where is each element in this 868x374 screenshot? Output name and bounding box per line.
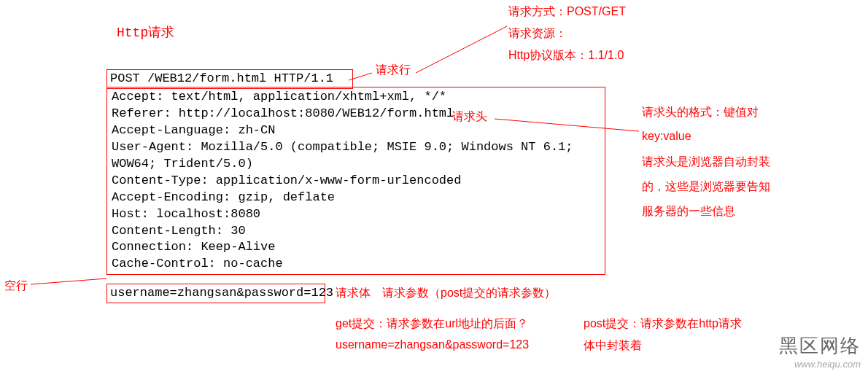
header-line: Accept-Language: zh-CN [112, 122, 600, 139]
header-line: Connection: Keep-Alive [112, 239, 600, 256]
note-version: Http协议版本：1.1/1.0 [508, 48, 624, 63]
label-request-body: 请求体 [336, 286, 371, 301]
note-method: 请求方式：POST/GET [508, 4, 626, 20]
note-post-line1: post提交：请求参数在http请求 [584, 316, 742, 332]
header-line: Referer: http://localhost:8080/WEB12/for… [112, 106, 600, 122]
watermark: 黑区网络 www.heiqu.com [779, 333, 861, 370]
watermark-url: www.heiqu.com [779, 359, 861, 370]
header-line: Accept: text/html, application/xhtml+xml… [112, 89, 600, 106]
header-line: Content-Type: application/x-www-form-url… [112, 173, 600, 190]
header-line: Host: localhost:8080 [112, 206, 600, 223]
label-empty-line: 空行 [4, 278, 28, 294]
header-line: Cache-Control: no-cache [112, 256, 600, 273]
diagram-title: Http请求 [117, 23, 174, 41]
note-body-params: 请求参数（post提交的请求参数） [382, 286, 556, 301]
note-resource: 请求资源： [508, 26, 567, 42]
svg-line-0 [416, 26, 507, 73]
svg-line-3 [31, 278, 106, 284]
request-headers-box: Accept: text/html, application/xhtml+xml… [106, 87, 605, 275]
note-get-example: username=zhangsan&password=123 [336, 338, 529, 351]
watermark-text: 黑区网络 [779, 333, 861, 359]
header-line: WOW64; Trident/5.0) [112, 156, 600, 173]
note-header-desc2: 的，这些是浏览器要告知 [642, 179, 770, 195]
header-line: Accept-Encoding: gzip, deflate [112, 190, 600, 206]
note-header-desc3: 服务器的一些信息 [642, 204, 735, 219]
label-request-line: 请求行 [376, 63, 411, 78]
header-line: Content-Length: 30 [112, 223, 600, 240]
note-header-kv: key:value [642, 130, 691, 143]
note-post-line2: 体中封装着 [584, 338, 642, 354]
request-body-box: username=zhangsan&password=123 [106, 284, 325, 303]
note-get-line1: get提交：请求参数在url地址的后面？ [336, 316, 528, 332]
note-header-format: 请求头的格式：键值对 [642, 105, 759, 120]
request-line-box: POST /WEB12/form.html HTTP/1.1 [106, 69, 353, 89]
note-header-desc1: 请求头是浏览器自动封装 [642, 155, 770, 170]
header-line: User-Agent: Mozilla/5.0 (compatible; MSI… [112, 139, 600, 156]
label-request-headers: 请求头 [452, 109, 487, 125]
